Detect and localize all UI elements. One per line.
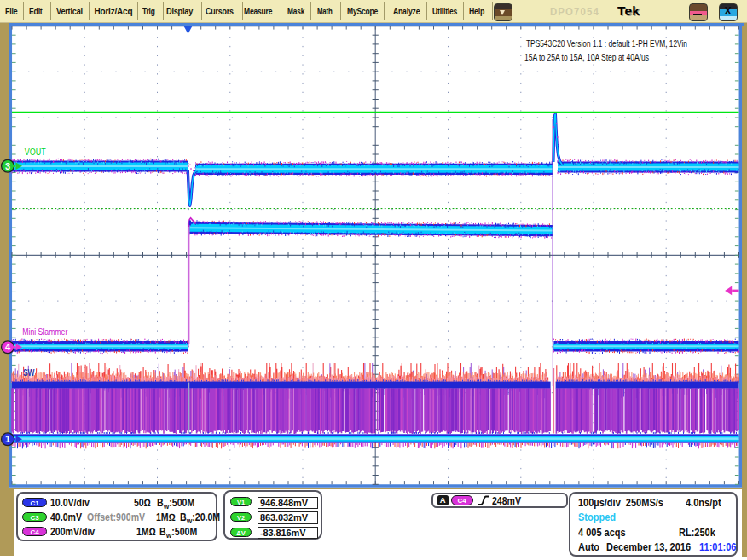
svg-text:VOUT: VOUT: [25, 147, 46, 157]
svg-text:4: 4: [5, 342, 11, 352]
svg-text:TPS543C20 Version 1.1 : defaul: TPS543C20 Version 1.1 : default 1-PH EVM…: [526, 38, 687, 49]
svg-text:3: 3: [5, 161, 10, 171]
svg-text:1: 1: [5, 434, 10, 444]
svg-text:SW: SW: [23, 368, 35, 378]
svg-text:Mini Slammer: Mini Slammer: [22, 327, 68, 337]
svg-text:15A to 25A to 15A, 10A Step at: 15A to 25A to 15A, 10A Step at 40A/us: [524, 52, 649, 62]
